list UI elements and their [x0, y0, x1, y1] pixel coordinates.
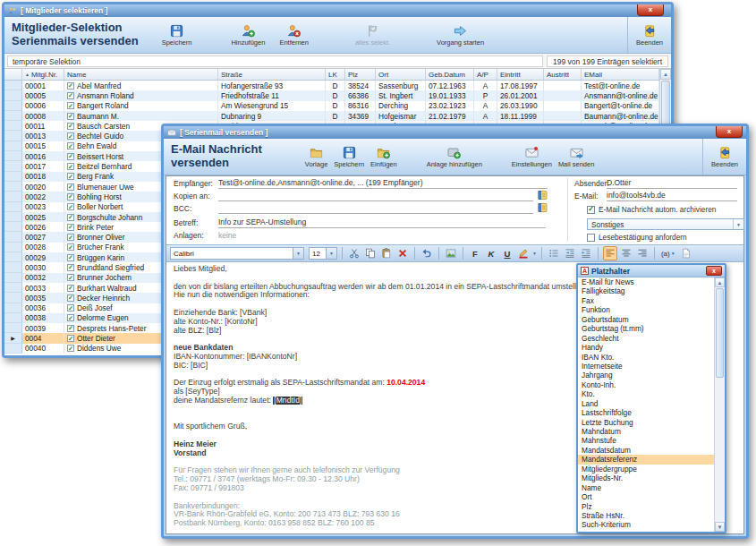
table-header-col-9[interactable]: Eintritt	[497, 69, 544, 80]
placeholder-item[interactable]: Kto.	[578, 389, 714, 398]
row-checkbox[interactable]: ✓	[67, 254, 74, 261]
row-selector[interactable]	[4, 262, 22, 272]
receipt-option[interactable]: Lesebestätigung anfordern	[587, 233, 687, 242]
mail-close-button[interactable]: x	[716, 126, 743, 138]
placeholder-item[interactable]: Fax	[578, 296, 714, 305]
address-book-icon[interactable]	[537, 202, 548, 213]
row-checkbox[interactable]: ✓	[67, 345, 74, 352]
placeholder-item[interactable]: IBAN Kto.	[578, 353, 714, 362]
betreff-field[interactable]: Info zur SEPA-Umstellung	[218, 218, 546, 228]
empfaenger-field[interactable]: Test@t-online.de,Ansmann@t-online.de, ..…	[218, 178, 548, 189]
scroll-up-icon[interactable]: ▲	[715, 277, 725, 287]
speichern-button[interactable]: Speichern	[162, 24, 192, 47]
row-checkbox[interactable]: ✓	[67, 304, 74, 311]
table-header-col-6[interactable]: Ort	[376, 69, 426, 80]
align-left-button[interactable]	[603, 246, 617, 260]
mail-senden-button[interactable]: Mail senden	[558, 146, 594, 168]
placeholder-item[interactable]: Mandatsreferenz	[578, 455, 714, 464]
table-row[interactable]: 00005✓Ansmann RolandFriedhofstraße 11D66…	[4, 90, 659, 100]
row-selector[interactable]	[4, 131, 22, 141]
placeholder-item[interactable]: E-Mail für News	[578, 277, 714, 286]
placeholder-scrollbar[interactable]: ▲ ▼	[714, 277, 725, 532]
underline-button[interactable]: U	[500, 246, 514, 260]
table-header-col-7[interactable]: Geb.Datum	[426, 69, 474, 80]
kopien-an-field[interactable]	[218, 191, 533, 201]
placeholder-item[interactable]: Konto-Inh.	[578, 380, 714, 389]
table-header-col-2[interactable]: Name	[64, 69, 218, 80]
outdent-button[interactable]	[563, 246, 577, 260]
row-selector[interactable]	[4, 151, 22, 161]
row-selector[interactable]: ▶	[4, 333, 22, 343]
table-header-col-8[interactable]: A/P	[474, 69, 497, 80]
alles-selekt-button[interactable]: alles selekt.	[355, 24, 390, 47]
table-row[interactable]: 00001✓Abel ManfredHofangerstraße 93D3852…	[4, 81, 659, 90]
table-header-col-3[interactable]: Straße	[218, 69, 326, 80]
row-checkbox[interactable]: ✓	[67, 132, 74, 140]
row-selector[interactable]	[4, 101, 22, 111]
members-close-button[interactable]: x	[637, 4, 664, 16]
row-checkbox[interactable]: ✓	[67, 113, 74, 120]
row-checkbox[interactable]: ✓	[67, 214, 74, 221]
row-selector[interactable]	[4, 111, 22, 121]
font-size-select[interactable]: 12 ▼	[309, 247, 337, 260]
row-checkbox[interactable]: ✓	[67, 82, 74, 90]
archive-option[interactable]: ✓ E-Mail Nachricht autom. archivieren	[587, 205, 716, 214]
row-selector[interactable]	[4, 121, 22, 131]
mail-titlebar[interactable]: [ Serienmail versenden ]	[164, 126, 746, 139]
row-selector[interactable]	[4, 252, 22, 262]
insert-image-button[interactable]	[444, 246, 458, 260]
einfuegen-button[interactable]: Einfügen	[370, 146, 397, 168]
archive-checkbox[interactable]: ✓	[587, 206, 595, 214]
align-right-button[interactable]	[635, 246, 650, 260]
row-selector[interactable]	[4, 161, 22, 171]
row-selector[interactable]	[4, 172, 22, 182]
bold-button[interactable]: F	[468, 246, 482, 260]
placeholder-item[interactable]: Ort	[578, 492, 714, 501]
placeholder-item[interactable]: Mahnstufe	[578, 436, 714, 445]
bcc-field[interactable]	[218, 203, 533, 214]
vorlage-button[interactable]: Vorlage	[305, 146, 327, 168]
placeholder-item[interactable]: Plz	[578, 502, 714, 511]
row-checkbox[interactable]: ✓	[67, 264, 74, 271]
cut-button[interactable]	[347, 246, 361, 260]
row-selector[interactable]	[4, 182, 22, 192]
font-color-button[interactable]	[516, 246, 531, 260]
placeholder-item[interactable]: Jahrgang	[578, 371, 714, 380]
delete-button[interactable]	[395, 246, 410, 260]
row-selector[interactable]	[4, 293, 22, 303]
placeholder-item[interactable]: Mitgliedergruppe	[578, 465, 714, 473]
table-header-col-10[interactable]: Austritt	[544, 69, 582, 80]
placeholder-item[interactable]: Straße HsNr.	[578, 511, 714, 520]
placeholder-item[interactable]: Lastschriftfolge	[578, 408, 714, 417]
row-checkbox[interactable]: ✓	[67, 123, 74, 130]
row-checkbox[interactable]: ✓	[67, 173, 74, 180]
placeholder-item[interactable]: Fälligkeitstag	[578, 286, 714, 295]
table-header-col-1[interactable]: ▲Mitgl.Nr.	[22, 69, 64, 80]
placeholder-close-button[interactable]: x	[706, 266, 722, 276]
row-checkbox[interactable]: ✓	[67, 243, 74, 251]
placeholder-titlebar[interactable]: A Platzhalter x	[578, 265, 725, 277]
row-checkbox[interactable]: ✓	[67, 153, 74, 160]
scroll-up-icon[interactable]: ▲	[660, 69, 671, 80]
mail-speichern-button[interactable]: Speichern	[334, 146, 364, 168]
members-titlebar[interactable]: [ Mitglieder selektieren ]	[4, 4, 671, 17]
placeholder-item[interactable]: Geschlecht	[578, 334, 714, 343]
placeholder-item[interactable]: Handy	[578, 343, 714, 352]
indent-button[interactable]	[579, 246, 593, 260]
row-checkbox[interactable]: ✓	[67, 294, 74, 302]
bullet-list-button[interactable]	[547, 246, 561, 260]
placeholder-item[interactable]: Letzte Buchung	[578, 418, 714, 427]
row-checkbox[interactable]: ✓	[67, 163, 74, 170]
copy-button[interactable]	[363, 246, 378, 260]
row-checkbox[interactable]: ✓	[67, 325, 74, 332]
scroll-thumb[interactable]	[716, 288, 724, 378]
row-selector[interactable]	[4, 344, 22, 354]
placeholder-item[interactable]: Geburtstag (tt.mm)	[578, 324, 714, 333]
row-selector[interactable]	[4, 212, 22, 222]
row-selector[interactable]	[4, 243, 22, 252]
row-checkbox[interactable]: ✓	[67, 314, 74, 321]
receipt-checkbox[interactable]	[587, 234, 595, 242]
placeholder-item[interactable]: Funktion	[578, 305, 714, 314]
hinzufuegen-button[interactable]: Hinzufügen	[231, 24, 265, 47]
row-checkbox[interactable]: ✓	[67, 183, 74, 191]
